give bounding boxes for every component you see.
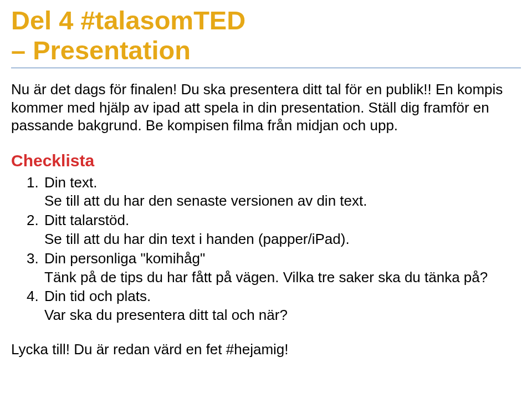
item-number: 4.	[27, 287, 44, 306]
item-label: Din tid och plats.	[44, 287, 151, 306]
item-subtext: Se till att du har din text i handen (pa…	[27, 230, 521, 249]
checklist: 1. Din text. Se till att du har den sena…	[11, 174, 521, 325]
item-number: 2.	[27, 211, 44, 230]
item-number: 3.	[27, 249, 44, 268]
item-label: Din personliga "komihåg"	[44, 249, 205, 268]
closing-text: Lycka till! Du är redan värd en fet #hej…	[11, 340, 521, 359]
item-subtext: Tänk på de tips du har fått på vägen. Vi…	[27, 268, 521, 287]
title-line-2: – Presentation	[11, 35, 191, 65]
item-subtext: Se till att du har den senaste versionen…	[27, 192, 521, 211]
list-item: 3. Din personliga "komihåg" Tänk på de t…	[27, 249, 521, 287]
intro-paragraph: Nu är det dags för finalen! Du ska prese…	[11, 80, 521, 135]
item-number: 1.	[27, 174, 44, 192]
page-title: Del 4 #talasomTED – Presentation	[11, 6, 521, 65]
item-label: Din text.	[44, 174, 97, 192]
item-label: Ditt talarstöd.	[44, 211, 129, 230]
list-item: 4. Din tid och plats. Var ska du present…	[27, 287, 521, 325]
item-subtext: Var ska du presentera ditt tal och när?	[27, 306, 521, 325]
title-line-1: Del 4 #talasomTED	[11, 6, 245, 35]
list-item: 1. Din text. Se till att du har den sena…	[27, 174, 521, 211]
list-item: 2. Ditt talarstöd. Se till att du har di…	[27, 211, 521, 249]
title-divider	[11, 68, 521, 68]
checklist-heading: Checklista	[11, 151, 521, 170]
